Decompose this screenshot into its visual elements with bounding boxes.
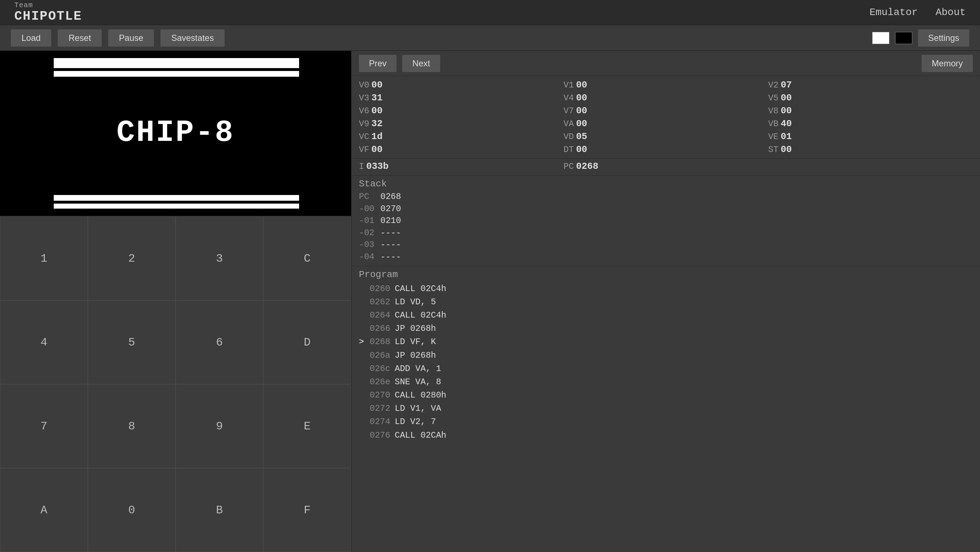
debug-toolbar: Prev Next Memory: [352, 51, 980, 76]
reg-label-va: VA: [563, 119, 574, 129]
prog-row-0276: 0276CALL 02CAh: [359, 429, 973, 442]
reg-i-row: I 033b: [359, 161, 563, 172]
reg-val-v4: 00: [576, 93, 587, 103]
stack-row-n00: -000270: [359, 203, 973, 215]
reg-label-ve: VE: [768, 132, 779, 142]
reg-val-vf: 00: [371, 144, 383, 155]
key-8[interactable]: 8: [88, 384, 175, 468]
reg-row-v1: V1 00: [563, 80, 768, 90]
reg-row-v3: V3 31: [359, 93, 563, 103]
color-black-swatch[interactable]: [895, 32, 912, 44]
stack-section: Stack PC0268-000270-010210-02-----03----…: [352, 175, 980, 266]
keypad: 123C456D789EA0BF: [0, 216, 351, 552]
reg-pc-label: PC: [563, 162, 574, 171]
reg-row-v8: V8 00: [768, 105, 973, 116]
load-button[interactable]: Load: [11, 29, 51, 46]
reg-val-v1: 00: [576, 80, 587, 90]
reg-i-value: 033b: [366, 161, 388, 172]
reg-row-vf: VF 00: [359, 144, 563, 155]
reg-row-vd: VD 05: [563, 131, 768, 142]
reg-val-v2: 07: [781, 80, 792, 90]
app-logo: Team CHIPOTLE: [14, 2, 82, 24]
prog-row-026a: 026aJP 0268h: [359, 349, 973, 362]
prog-row-0266: 0266JP 0268h: [359, 322, 973, 335]
stack-row-n01: -010210: [359, 215, 973, 227]
key-b[interactable]: B: [175, 468, 263, 552]
reg-row-v7: V7 00: [563, 105, 768, 116]
reg-label-vf: VF: [359, 145, 369, 155]
display-bar-bot2: [54, 195, 299, 201]
chip8-display: CHIP-8: [0, 51, 351, 216]
svg-text:CHIP-8: CHIP-8: [116, 115, 234, 150]
reg-row-v9: V9 32: [359, 118, 563, 129]
key-0[interactable]: 0: [88, 468, 175, 552]
reg-label-v8: V8: [768, 106, 779, 116]
chip8-logo: CHIP-8: [72, 107, 279, 153]
key-5[interactable]: 5: [88, 300, 175, 384]
next-button[interactable]: Next: [402, 55, 440, 72]
reg-val-vb: 40: [781, 118, 792, 129]
reg-row-va: VA 00: [563, 118, 768, 129]
prev-button[interactable]: Prev: [359, 55, 396, 72]
color-white-swatch[interactable]: [872, 32, 889, 44]
key-e[interactable]: E: [263, 384, 351, 468]
stack-row-n04: -04----: [359, 251, 973, 263]
display-bar-top: [54, 58, 299, 68]
key-c[interactable]: C: [263, 217, 351, 300]
memory-button[interactable]: Memory: [922, 55, 973, 72]
program-rows: 0260CALL 02C4h 0262LD VD, 5 0264CALL 02C…: [359, 282, 973, 442]
reg-label-st: ST: [768, 145, 779, 155]
reg-val-v6: 00: [371, 105, 383, 116]
reg-val-v5: 00: [781, 93, 792, 103]
nav-about[interactable]: About: [935, 7, 966, 18]
reg-val-st: 00: [781, 144, 792, 155]
stack-row-n02: -02----: [359, 227, 973, 239]
chip8-canvas: CHIP-8: [0, 51, 351, 216]
key-3[interactable]: 3: [175, 217, 263, 300]
stack-rows: PC0268-000270-010210-02-----03-----04---…: [359, 191, 973, 263]
reg-label-dt: DT: [563, 145, 574, 155]
key-1[interactable]: 1: [0, 217, 88, 300]
prog-row-0270: 0270CALL 0280h: [359, 389, 973, 402]
key-7[interactable]: 7: [0, 384, 88, 468]
reg-row-st: ST 00: [768, 144, 973, 155]
reg-label-v2: V2: [768, 80, 779, 90]
reg-label-vc: VC: [359, 132, 369, 142]
key-9[interactable]: 9: [175, 384, 263, 468]
reg-row-vc: VC 1d: [359, 131, 563, 142]
reg-row-v0: V0 00: [359, 80, 563, 90]
stack-title: Stack: [359, 179, 973, 189]
reg-pc-row: PC 0268: [563, 161, 768, 172]
key-d[interactable]: D: [263, 300, 351, 384]
reg-val-v3: 31: [371, 93, 383, 103]
pause-button[interactable]: Pause: [108, 29, 154, 46]
reg-val-dt: 00: [576, 144, 587, 155]
key-a[interactable]: A: [0, 468, 88, 552]
reset-button[interactable]: Reset: [58, 29, 102, 46]
reg-label-v1: V1: [563, 80, 574, 90]
nav-links: Emulator About: [870, 7, 966, 18]
display-bar-bot: [54, 204, 299, 209]
team-label: Team: [14, 2, 82, 9]
key-4[interactable]: 4: [0, 300, 88, 384]
key-6[interactable]: 6: [175, 300, 263, 384]
reg-label-vd: VD: [563, 132, 574, 142]
reg-val-vd: 05: [576, 131, 587, 142]
prog-row-0262: 0262LD VD, 5: [359, 295, 973, 309]
reg-label-v9: V9: [359, 119, 369, 129]
reg-label-vb: VB: [768, 119, 779, 129]
reg-label-v4: V4: [563, 93, 574, 103]
nav-emulator[interactable]: Emulator: [870, 7, 918, 18]
key-2[interactable]: 2: [88, 217, 175, 300]
key-f[interactable]: F: [263, 468, 351, 552]
prog-row-0274: 0274LD V2, 7: [359, 415, 973, 428]
settings-button[interactable]: Settings: [918, 29, 969, 46]
prog-row-0272: 0272LD V1, VA: [359, 402, 973, 415]
prog-row-0260: 0260CALL 02C4h: [359, 282, 973, 295]
savestates-button[interactable]: Savestates: [161, 29, 224, 46]
reg-row-vb: VB 40: [768, 118, 973, 129]
reg-val-va: 00: [576, 118, 587, 129]
reg-val-vc: 1d: [371, 131, 383, 142]
reg-row-v2: V2 07: [768, 80, 973, 90]
display-bar-top2: [54, 71, 299, 77]
